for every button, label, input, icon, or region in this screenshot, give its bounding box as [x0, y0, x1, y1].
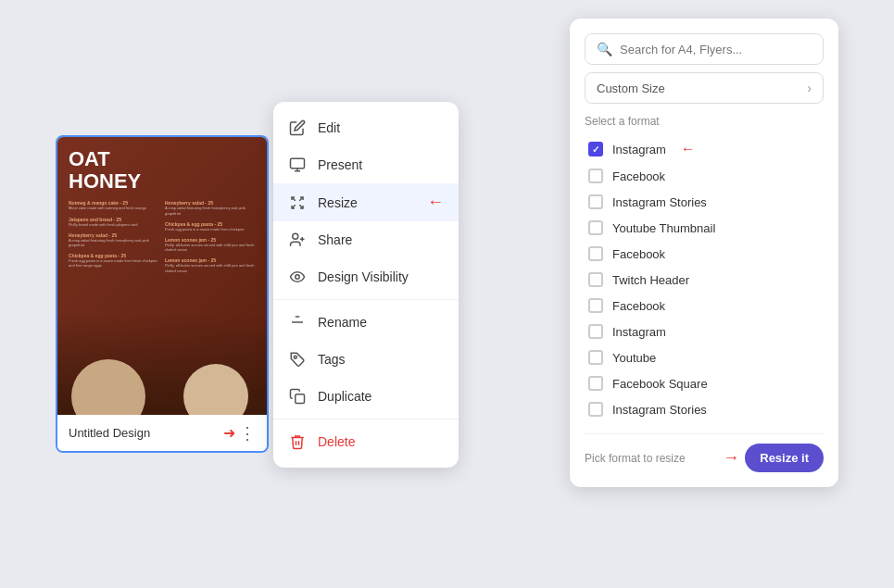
dots-menu-button[interactable]: ⋮: [239, 425, 256, 442]
thumbnail-image-area: [57, 313, 267, 415]
thumb-item: Nutmeg & mango cake - 25 Moist cake made…: [69, 200, 159, 210]
format-item-youtube-thumbnail[interactable]: Youtube Thumbnail: [585, 215, 824, 241]
menu-item-duplicate-label: Duplicate: [318, 389, 371, 404]
format-checkbox-facebook-square[interactable]: [588, 376, 603, 391]
format-checkbox-facebook3[interactable]: [588, 298, 603, 313]
bowl-circle-right: [183, 364, 248, 415]
format-name-instagram2: Instagram: [612, 325, 666, 339]
menu-item-delete[interactable]: Delete: [273, 423, 459, 460]
present-icon: [288, 156, 307, 174]
search-box[interactable]: 🔍: [585, 33, 824, 65]
format-item-instagram[interactable]: Instagram ←: [585, 135, 824, 163]
design-title: Untitled Design: [69, 426, 150, 440]
format-name-facebook3: Facebook: [612, 299, 665, 313]
thumbnail-items: Nutmeg & mango cake - 25 Moist cake made…: [69, 200, 256, 278]
format-item-instagram2[interactable]: Instagram: [585, 319, 824, 344]
thumbnail-title: OAT HONEY: [69, 148, 256, 193]
search-icon: 🔍: [597, 42, 612, 56]
format-item-facebook3[interactable]: Facebook: [585, 293, 824, 319]
visibility-icon: [288, 268, 307, 286]
menu-item-present[interactable]: Present: [273, 146, 459, 183]
menu-item-design-visibility[interactable]: Design Visibility: [273, 258, 459, 295]
thumb-item: Honeyberry salad - 25 A crisp salad feat…: [69, 232, 159, 247]
resize-btn-arrow-annotation: →: [723, 448, 739, 468]
thumb-item: Lemon scones jam - 25 Fluffy, all-butter…: [165, 257, 256, 272]
pick-format-text: Pick format to resize: [585, 452, 686, 465]
edit-icon: [288, 119, 307, 137]
format-section-label: Select a format: [585, 115, 824, 128]
svg-point-7: [294, 356, 296, 358]
format-name-twitch-header: Twitch Header: [612, 273, 689, 287]
menu-item-present-label: Present: [318, 157, 362, 172]
menu-item-design-visibility-label: Design Visibility: [318, 269, 409, 284]
format-list: Instagram ← Facebook Instagram Stories Y…: [585, 135, 824, 422]
svg-point-4: [296, 275, 300, 280]
format-name-youtube: Youtube: [612, 351, 656, 365]
bowl-circle-left: [71, 359, 145, 415]
format-checkbox-youtube[interactable]: [588, 350, 603, 365]
custom-size-row[interactable]: Custom Size ›: [585, 72, 824, 104]
format-item-facebook-square[interactable]: Facebook Square: [585, 370, 824, 396]
resize-icon: [288, 194, 307, 212]
design-footer: Untitled Design ➜ ⋮: [57, 415, 267, 451]
menu-item-share[interactable]: Share: [273, 221, 459, 258]
format-name-instagram-stories2: Instagram Stories: [612, 403, 707, 417]
svg-point-1: [293, 233, 298, 239]
main-area: OAT HONEY Nutmeg & mango cake - 25 Moist…: [0, 0, 894, 588]
panel-footer: Pick format to resize → Resize it: [585, 433, 824, 472]
dots-arrow-annotation: ➜: [223, 424, 235, 442]
menu-divider-2: [273, 419, 459, 419]
menu-item-delete-label: Delete: [318, 434, 355, 449]
menu-item-duplicate[interactable]: Duplicate: [273, 378, 459, 415]
resize-panel: 🔍 Custom Size › Select a format Instagra…: [570, 19, 838, 487]
menu-item-share-label: Share: [318, 232, 352, 247]
resize-it-button[interactable]: Resize it: [745, 444, 824, 472]
svg-rect-8: [296, 394, 305, 404]
svg-rect-0: [291, 158, 305, 169]
design-thumbnail: OAT HONEY Nutmeg & mango cake - 25 Moist…: [57, 137, 267, 415]
menu-item-edit[interactable]: Edit: [273, 109, 459, 146]
format-item-instagram-stories[interactable]: Instagram Stories: [585, 189, 824, 215]
format-name-facebook-square: Facebook Square: [612, 377, 708, 391]
format-checkbox-instagram-stories[interactable]: [588, 194, 603, 209]
menu-item-resize-label: Resize: [318, 195, 358, 210]
format-checkbox-facebook[interactable]: [588, 169, 603, 183]
instagram-arrow-annotation: ←: [681, 141, 696, 157]
menu-item-tags[interactable]: Tags: [273, 341, 459, 378]
menu-item-rename-label: Rename: [318, 315, 367, 330]
rename-icon: [288, 313, 307, 332]
format-name-facebook: Facebook: [612, 169, 665, 183]
format-checkbox-instagram2[interactable]: [588, 324, 603, 339]
thumb-item: Lemon scones jam - 25 Fluffy, all-butter…: [165, 237, 256, 252]
thumb-item: Jalapeno and bread - 25 Fluffy bread mad…: [69, 217, 159, 227]
thumb-item: Chickpea & egg pasta - 25 Fresh egg past…: [69, 253, 159, 268]
format-checkbox-instagram-stories2[interactable]: [588, 402, 603, 417]
format-name-facebook2: Facebook: [612, 247, 665, 261]
menu-item-edit-label: Edit: [318, 120, 340, 135]
format-name-instagram: Instagram: [612, 143, 666, 156]
tags-icon: [288, 350, 307, 369]
format-checkbox-facebook2[interactable]: [588, 246, 603, 261]
format-item-facebook[interactable]: Facebook: [585, 163, 824, 189]
format-checkbox-instagram[interactable]: [588, 142, 603, 156]
search-input[interactable]: [620, 43, 812, 56]
context-menu: Edit Present: [273, 102, 459, 468]
delete-icon: [288, 432, 307, 451]
thumbnail-content: OAT HONEY Nutmeg & mango cake - 25 Moist…: [57, 137, 267, 415]
thumb-col-right: Honeyberry salad - 25 A crisp salad feat…: [165, 200, 256, 278]
format-checkbox-twitch-header[interactable]: [588, 272, 603, 287]
format-checkbox-youtube-thumbnail[interactable]: [588, 220, 603, 235]
format-item-twitch-header[interactable]: Twitch Header: [585, 267, 824, 293]
format-item-youtube[interactable]: Youtube: [585, 344, 824, 370]
chevron-right-icon: ›: [807, 81, 812, 95]
design-card: OAT HONEY Nutmeg & mango cake - 25 Moist…: [56, 135, 269, 453]
menu-item-rename[interactable]: Rename: [273, 304, 459, 341]
thumb-col-left: Nutmeg & mango cake - 25 Moist cake made…: [69, 200, 159, 278]
menu-item-resize[interactable]: Resize ←: [273, 183, 459, 221]
duplicate-icon: [288, 387, 307, 406]
format-item-instagram-stories2[interactable]: Instagram Stories: [585, 396, 824, 422]
menu-item-tags-label: Tags: [318, 352, 346, 367]
thumb-item: Honeyberry salad - 25 A crisp salad feat…: [165, 200, 256, 215]
format-item-facebook2[interactable]: Facebook: [585, 241, 824, 267]
menu-divider: [273, 299, 459, 300]
